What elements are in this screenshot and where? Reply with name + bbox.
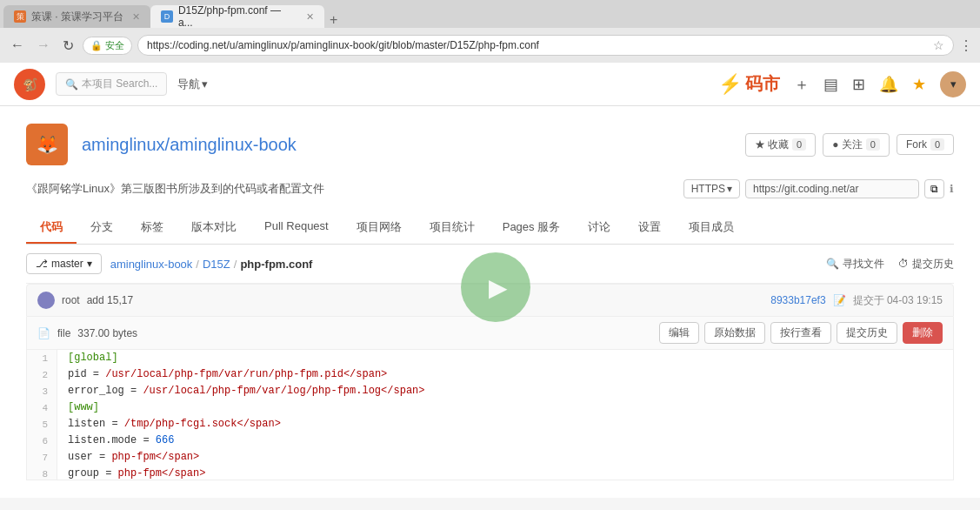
new-tab-button[interactable]: +	[324, 12, 343, 28]
line-content: [global]	[57, 350, 118, 366]
tab-tag[interactable]: 标签	[127, 212, 177, 244]
tab-1[interactable]: 策 策课 · 策课学习平台 ✕	[3, 5, 150, 28]
tab-branch[interactable]: 分支	[77, 212, 127, 244]
repo-icon[interactable]: ▤	[823, 75, 838, 94]
nav-chevron-icon: ▾	[202, 77, 208, 91]
history-label: 提交历史	[912, 257, 954, 272]
tab1-close[interactable]: ✕	[132, 11, 140, 23]
tab-settings[interactable]: 设置	[624, 212, 675, 244]
search-placeholder: 本项目 Search...	[82, 77, 157, 91]
line-number: 3	[27, 383, 57, 399]
commit-icon: 📝	[833, 294, 846, 306]
raw-button[interactable]: 原始数据	[704, 322, 765, 344]
tab-discuss[interactable]: 讨论	[574, 212, 624, 244]
nav-label: 导航	[177, 77, 200, 92]
brand-logo: ⚡ 码市	[718, 72, 780, 96]
find-file-link[interactable]: 🔍 寻找文件	[826, 257, 884, 272]
clone-protocol-chevron: ▾	[727, 183, 732, 195]
clone-info-icon[interactable]: ℹ	[950, 183, 954, 195]
tab2-favicon: D	[161, 10, 173, 23]
line-content: listen = /tmp/php-fcgi.sock</span>	[57, 416, 281, 433]
tab-compare[interactable]: 版本对比	[177, 212, 250, 244]
file-type-label: file	[57, 327, 70, 339]
reload-button[interactable]: ↻	[59, 36, 77, 56]
search-file-icon: 🔍	[826, 258, 839, 270]
line-number: 6	[27, 433, 57, 449]
nav-dropdown[interactable]: 导航 ▾	[177, 77, 208, 92]
file-type-icon: 📄	[37, 327, 50, 339]
tab-network[interactable]: 项目网络	[343, 212, 416, 244]
history-button[interactable]: 提交历史	[837, 322, 897, 344]
clone-protocol-label: HTTPS	[691, 183, 725, 195]
repo-title: aminglinux/aminglinux-book	[82, 135, 297, 155]
address-bar: ← → ↻ 🔒 安全 https://coding.net/u/aminglin…	[0, 28, 980, 63]
line-content: [www]	[57, 399, 99, 416]
commit-bar: root add 15,17 8933b17ef3 📝 提交于 04-03 19…	[26, 284, 954, 317]
blame-button[interactable]: 按行查看	[770, 322, 831, 344]
star-icon[interactable]: ★	[912, 75, 926, 94]
commit-hash[interactable]: 8933b17ef3	[770, 294, 825, 306]
breadcrumb-dir[interactable]: D15Z	[203, 258, 230, 271]
star-count: 0	[792, 138, 806, 151]
security-label: 安全	[105, 39, 124, 52]
commit-message: add 15,17	[87, 294, 133, 306]
clone-protocol-selector[interactable]: HTTPS ▾	[683, 179, 740, 198]
branch-icon: ⎇	[36, 258, 48, 270]
tab-stats[interactable]: 项目统计	[416, 212, 489, 244]
site-search-box[interactable]: 🔍 本项目 Search...	[56, 72, 167, 96]
watch-button[interactable]: ● 关注 0	[823, 133, 890, 157]
avatar[interactable]: ▾	[940, 71, 966, 97]
tab2-close[interactable]: ✕	[306, 11, 314, 23]
file-nav-right: 🔍 寻找文件 ⏱ 提交历史	[826, 257, 954, 272]
commit-history-link[interactable]: ⏱ 提交历史	[898, 257, 954, 272]
forward-button[interactable]: →	[33, 36, 54, 55]
commit-right: 8933b17ef3 📝 提交于 04-03 19:15	[770, 293, 943, 308]
browser-menu-icon[interactable]: ⋮	[959, 37, 973, 54]
commit-author: root	[62, 294, 80, 306]
line-content: error_log = /usr/local/php-fpm/var/log/p…	[57, 383, 425, 399]
line-number: 5	[27, 416, 57, 433]
url-bar[interactable]: https://coding.net/u/aminglinux/p/amingl…	[137, 35, 954, 56]
tab-pages[interactable]: Pages 服务	[489, 212, 574, 244]
clock-icon: ⏱	[898, 258, 909, 270]
lock-icon: 🔒	[90, 40, 103, 51]
discover-icon[interactable]: ⊞	[852, 75, 865, 94]
breadcrumb-repo[interactable]: aminglinux-book	[110, 258, 193, 271]
code-line: 7user = php-fpm</span>	[27, 449, 953, 466]
bell-icon[interactable]: 🔔	[879, 75, 898, 94]
breadcrumb-file: php-fpm.conf	[240, 258, 312, 271]
branch-selector[interactable]: ⎇ master ▾	[26, 253, 102, 274]
fork-count: 0	[930, 138, 944, 151]
fork-button[interactable]: Fork 0	[897, 134, 954, 155]
search-file-label: 寻找文件	[843, 257, 884, 272]
file-action-buttons: 编辑 原始数据 按行查看 提交历史 删除	[659, 322, 943, 344]
delete-button[interactable]: 删除	[903, 322, 943, 344]
browser-chrome: 策 策课 · 策课学习平台 ✕ D D15Z/php-fpm.conf — a.…	[0, 0, 980, 63]
tab-2[interactable]: D D15Z/php-fpm.conf — a... ✕	[150, 5, 324, 28]
line-content: pid = /usr/local/php-fpm/var/run/php-fpm…	[57, 366, 387, 383]
bookmark-icon[interactable]: ☆	[933, 38, 944, 52]
star-button[interactable]: ★ 收藏 0	[745, 133, 816, 157]
repo-avatar: 🦊	[26, 124, 68, 165]
back-button[interactable]: ←	[7, 36, 28, 55]
tab-members[interactable]: 项目成员	[675, 212, 748, 244]
tab-pullrequest[interactable]: Pull Request	[250, 212, 343, 244]
repo-desc-row: 《跟阿铭学Linux》第三版图书所涉及到的代码或者配置文件 HTTPS ▾ ⧉ …	[26, 179, 954, 198]
main-content: 🦊 aminglinux/aminglinux-book ★ 收藏 0 ● 关注…	[0, 106, 980, 498]
line-content: user = php-fpm</span>	[57, 449, 199, 466]
line-number: 4	[27, 399, 57, 416]
file-nav: ⎇ master ▾ aminglinux-book / D15Z / php-…	[26, 245, 954, 284]
tab-code[interactable]: 代码	[26, 212, 77, 244]
repo-tabs: 代码 分支 标签 版本对比 Pull Request 项目网络 项目统计 Pag…	[26, 212, 954, 245]
plus-icon[interactable]: ＋	[794, 74, 810, 95]
code-line: 4[www]	[27, 399, 953, 416]
clone-copy-button[interactable]: ⧉	[924, 179, 944, 198]
repo-name-link[interactable]: aminglinux/aminglinux-book	[82, 135, 297, 154]
clone-url-input[interactable]	[745, 179, 919, 198]
branch-label: master	[51, 258, 83, 270]
breadcrumb-sep1: /	[196, 258, 199, 271]
commit-author-avatar	[37, 292, 55, 309]
edit-button[interactable]: 编辑	[659, 322, 699, 344]
tab1-favicon: 策	[14, 10, 26, 23]
code-line: 3error_log = /usr/local/php-fpm/var/log/…	[27, 383, 953, 399]
